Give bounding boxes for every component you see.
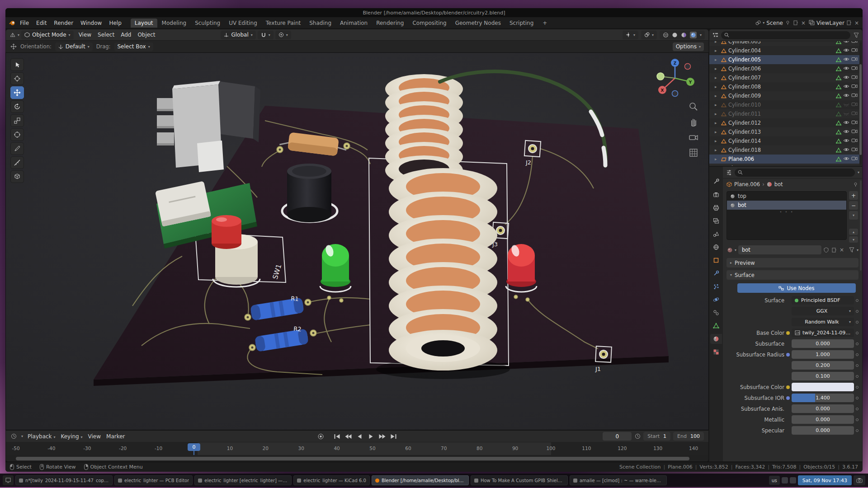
frame-start-field[interactable]: Start 1 xyxy=(643,432,670,441)
outliner-row[interactable]: ▸Cylinder.018 xyxy=(709,145,859,155)
outliner-scrollbar[interactable] xyxy=(859,42,862,165)
properties-search-input[interactable] xyxy=(735,169,855,177)
outliner-editor-icon[interactable] xyxy=(712,32,718,38)
led-red[interactable] xyxy=(506,244,536,287)
timeline-menu-playback[interactable]: Playback ▾ xyxy=(28,433,55,440)
hide-toggle-open[interactable] xyxy=(843,156,849,163)
surface-section-header[interactable]: ▾ Surface xyxy=(726,270,859,280)
properties-tab-modifiers[interactable] xyxy=(710,268,722,278)
pin-icon[interactable] xyxy=(785,20,791,26)
properties-tab-output[interactable] xyxy=(710,203,722,213)
expand-arrow-icon[interactable]: ▸ xyxy=(715,94,719,98)
new-viewlayer-icon[interactable] xyxy=(846,20,853,26)
properties-tab-scene[interactable] xyxy=(710,229,722,239)
hide-toggle-open[interactable] xyxy=(843,93,849,99)
hide-toggle-open[interactable] xyxy=(843,84,849,90)
scene-selector[interactable]: ▾ Scene × xyxy=(755,20,806,26)
outliner-row[interactable]: ▸Cylinder.010 xyxy=(709,100,859,109)
preview-section-header[interactable]: ▸ Preview xyxy=(726,258,859,267)
taskbar-window-browser[interactable]: How To Make A Custom GPIB Shield With DI… xyxy=(471,475,568,485)
proportional-editing-dropdown[interactable]: ▾ xyxy=(275,31,291,39)
value-slider[interactable]: 0.000 xyxy=(792,415,854,424)
properties-tab-particles[interactable] xyxy=(710,282,722,291)
tool-scale[interactable] xyxy=(10,114,24,127)
outliner-row[interactable]: ▸Cylinder.004 xyxy=(709,46,859,55)
surface-shader-field[interactable]: Principled BSDF xyxy=(792,296,854,305)
current-frame-field[interactable]: 0 xyxy=(603,432,632,441)
gizmos-dropdown[interactable]: ▾ xyxy=(623,31,638,39)
decorator-dot-icon[interactable] xyxy=(856,332,859,334)
taskbar-window-terminal[interactable]: amalie — [clmod] : ~ — warre-blender-clo… xyxy=(570,475,667,485)
disable-in-renders-toggle[interactable] xyxy=(851,75,858,81)
taskbar-window-kicad[interactable]: electric_lighter — KiCad 6.0 xyxy=(293,475,370,485)
window-titlebar[interactable]: Blender [/home/amalie/Desktop/blender/ci… xyxy=(5,8,863,17)
tray-network-icon[interactable] xyxy=(782,477,788,483)
tool-add-cube[interactable] xyxy=(10,170,24,183)
remove-slot-button[interactable]: − xyxy=(849,201,858,210)
menu-render[interactable]: Render xyxy=(50,19,77,28)
object-name[interactable]: Cylinder.010 xyxy=(728,102,834,108)
disable-in-renders-toggle[interactable] xyxy=(851,66,858,72)
workspace-tab-rendering[interactable]: Rendering xyxy=(372,19,408,28)
ortho-grid-icon[interactable] xyxy=(689,148,698,158)
workspace-tab-layout[interactable]: Layout xyxy=(131,19,157,28)
editor-type-icon[interactable] xyxy=(9,32,16,38)
hide-toggle-open[interactable] xyxy=(843,47,849,54)
browse-material-icon[interactable] xyxy=(726,247,733,253)
add-slot-button[interactable]: + xyxy=(849,191,858,200)
coil-lower[interactable] xyxy=(389,168,497,371)
outliner-row[interactable]: ▸Cylinder.014 xyxy=(709,136,859,145)
timeline-menu-marker[interactable]: Marker xyxy=(106,433,125,440)
play-icon[interactable] xyxy=(366,432,376,441)
chevron-down-icon[interactable]: ▾ xyxy=(858,170,859,174)
fake-user-shield-icon[interactable] xyxy=(823,247,830,253)
decorator-dot-icon[interactable] xyxy=(856,343,859,345)
chevron-down-icon[interactable]: ▾ xyxy=(735,248,736,252)
shading-solid-icon[interactable] xyxy=(672,32,678,38)
disable-in-renders-toggle[interactable] xyxy=(851,41,858,45)
prev-keyframe-icon[interactable] xyxy=(344,432,354,441)
menu-window[interactable]: Window xyxy=(77,19,105,28)
decorator-dot-icon[interactable] xyxy=(856,397,859,399)
decorator-dot-icon[interactable] xyxy=(856,321,859,324)
next-keyframe-icon[interactable] xyxy=(377,432,387,441)
taskbar-clock[interactable]: Sat, 09 Nov 17:43 xyxy=(798,475,852,485)
value-slider[interactable]: 0.000 xyxy=(792,339,854,348)
auto-keying-icon[interactable] xyxy=(316,432,326,441)
object-name[interactable]: Cylinder.008 xyxy=(728,84,834,90)
tool-annotate[interactable] xyxy=(10,142,24,155)
options-dropdown[interactable]: Options ▾ xyxy=(673,42,704,51)
disable-in-renders-toggle[interactable] xyxy=(851,138,858,144)
value-slider[interactable]: 1.400 xyxy=(792,394,854,402)
chevron-down-icon[interactable]: ▾ xyxy=(857,248,859,252)
properties-tab-view-layer[interactable] xyxy=(710,216,722,226)
decorator-dot-icon[interactable] xyxy=(856,353,859,356)
material-name-field[interactable]: bot xyxy=(738,245,821,254)
object-name[interactable]: Cylinder.005 xyxy=(728,56,834,63)
new-scene-icon[interactable] xyxy=(793,20,799,26)
image-texture-field[interactable]: twily_2024-11-09-15... xyxy=(792,328,854,337)
use-nodes-button[interactable]: Use Nodes xyxy=(737,283,856,293)
keyboard-layout-indicator[interactable]: us xyxy=(769,476,780,485)
hide-toggle-closed[interactable] xyxy=(843,102,849,108)
timeline-ruler[interactable]: 0 -50-40-30-20-1001020304050607080901001… xyxy=(6,442,708,455)
hide-toggle-open[interactable] xyxy=(843,147,849,154)
disable-in-renders-toggle[interactable] xyxy=(851,56,858,63)
decorator-dot-icon[interactable] xyxy=(856,375,859,378)
transform-orientation-dropdown[interactable]: Global ▾ xyxy=(221,31,255,39)
viewport-menu-add[interactable]: Add xyxy=(118,30,134,39)
properties-tab-constraints[interactable] xyxy=(710,308,722,318)
decorator-dot-icon[interactable] xyxy=(856,386,859,389)
disable-in-renders-toggle[interactable] xyxy=(851,120,858,126)
expand-arrow-icon[interactable]: ▸ xyxy=(715,84,719,89)
outliner-row[interactable]: ▸Cylinder.003 xyxy=(709,41,859,46)
drag-setting-dropdown[interactable]: Select Box ▾ xyxy=(114,42,153,51)
expand-arrow-icon[interactable]: ▸ xyxy=(715,121,719,125)
properties-scrollbar[interactable] xyxy=(860,180,862,271)
remove-viewlayer-icon[interactable]: × xyxy=(854,20,859,26)
mode-dropdown[interactable]: Object Mode ▾ xyxy=(21,31,74,39)
outliner-row[interactable]: ▸Cylinder.007 xyxy=(709,73,859,82)
snapping-dropdown[interactable]: ▾ xyxy=(258,31,274,39)
viewport-menu-object[interactable]: Object xyxy=(134,30,158,39)
blender-logo-icon[interactable] xyxy=(9,20,15,26)
